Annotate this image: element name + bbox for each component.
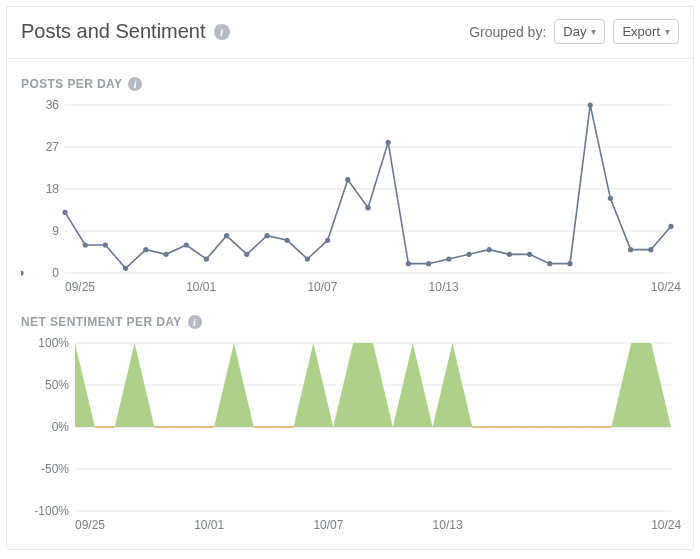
- svg-text:10/07: 10/07: [307, 280, 337, 294]
- svg-text:100%: 100%: [38, 336, 69, 350]
- dashboard-panel: Posts and Sentiment i Grouped by: Day ▾ …: [6, 6, 694, 550]
- svg-point-46: [21, 270, 24, 275]
- svg-text:09/25: 09/25: [65, 280, 95, 294]
- svg-point-27: [305, 256, 310, 261]
- svg-point-18: [123, 266, 128, 271]
- svg-point-23: [224, 233, 229, 238]
- svg-point-19: [143, 247, 148, 252]
- svg-point-41: [588, 102, 593, 107]
- svg-text:10/07: 10/07: [313, 518, 343, 532]
- chevron-down-icon: ▾: [591, 26, 596, 37]
- svg-text:10/24: 10/24: [651, 280, 681, 294]
- panel-header: Posts and Sentiment i Grouped by: Day ▾ …: [7, 7, 693, 59]
- svg-point-36: [487, 247, 492, 252]
- svg-point-33: [426, 261, 431, 266]
- posts-chart-svg: 0918273609/2510/0110/0710/1310/24: [21, 97, 681, 297]
- header-controls: Grouped by: Day ▾ Export ▾: [469, 19, 679, 44]
- svg-text:36: 36: [46, 98, 60, 112]
- svg-point-40: [567, 261, 572, 266]
- posts-chart: 0918273609/2510/0110/0710/1310/24: [7, 97, 693, 297]
- group-by-value: Day: [563, 24, 586, 39]
- svg-text:-100%: -100%: [34, 504, 69, 518]
- export-button[interactable]: Export ▾: [613, 19, 679, 44]
- svg-point-32: [406, 261, 411, 266]
- info-icon[interactable]: i: [188, 315, 202, 329]
- group-by-select[interactable]: Day ▾: [554, 19, 605, 44]
- svg-text:9: 9: [52, 224, 59, 238]
- svg-text:50%: 50%: [45, 378, 69, 392]
- svg-text:0: 0: [52, 266, 59, 280]
- sentiment-chart: -100%-50%0%50%100%09/2510/0110/0710/1310…: [7, 335, 693, 535]
- svg-point-37: [507, 252, 512, 257]
- svg-point-39: [547, 261, 552, 266]
- svg-point-44: [648, 247, 653, 252]
- svg-point-24: [244, 252, 249, 257]
- svg-text:-50%: -50%: [41, 462, 69, 476]
- svg-point-45: [668, 224, 673, 229]
- svg-text:0%: 0%: [52, 420, 70, 434]
- svg-point-35: [466, 252, 471, 257]
- svg-text:10/13: 10/13: [429, 280, 459, 294]
- svg-point-30: [365, 205, 370, 210]
- svg-text:10/01: 10/01: [186, 280, 216, 294]
- svg-text:09/25: 09/25: [75, 518, 105, 532]
- svg-point-15: [62, 210, 67, 215]
- svg-text:27: 27: [46, 140, 60, 154]
- chevron-down-icon: ▾: [665, 26, 670, 37]
- svg-text:10/01: 10/01: [194, 518, 224, 532]
- svg-point-34: [446, 256, 451, 261]
- svg-point-25: [264, 233, 269, 238]
- posts-section-label: POSTS PER DAY: [21, 77, 122, 91]
- info-icon[interactable]: i: [128, 77, 142, 91]
- grouped-by-label: Grouped by:: [469, 24, 546, 40]
- svg-text:18: 18: [46, 182, 60, 196]
- svg-point-43: [628, 247, 633, 252]
- info-icon[interactable]: i: [214, 24, 230, 40]
- svg-point-28: [325, 238, 330, 243]
- svg-point-38: [527, 252, 532, 257]
- section-title-posts: POSTS PER DAY i: [7, 59, 693, 97]
- svg-point-42: [608, 196, 613, 201]
- svg-point-21: [184, 242, 189, 247]
- title-text: Posts and Sentiment: [21, 20, 206, 43]
- svg-point-26: [285, 238, 290, 243]
- svg-point-16: [83, 242, 88, 247]
- svg-point-31: [386, 140, 391, 145]
- svg-text:10/13: 10/13: [433, 518, 463, 532]
- svg-point-20: [163, 252, 168, 257]
- svg-point-17: [103, 242, 108, 247]
- svg-text:10/24: 10/24: [651, 518, 681, 532]
- section-title-sentiment: NET SENTIMENT PER DAY i: [7, 297, 693, 335]
- export-label: Export: [622, 24, 660, 39]
- svg-point-22: [204, 256, 209, 261]
- page-title: Posts and Sentiment i: [21, 20, 230, 43]
- sentiment-chart-svg: -100%-50%0%50%100%09/2510/0110/0710/1310…: [21, 335, 681, 535]
- svg-point-29: [345, 177, 350, 182]
- sentiment-section-label: NET SENTIMENT PER DAY: [21, 315, 182, 329]
